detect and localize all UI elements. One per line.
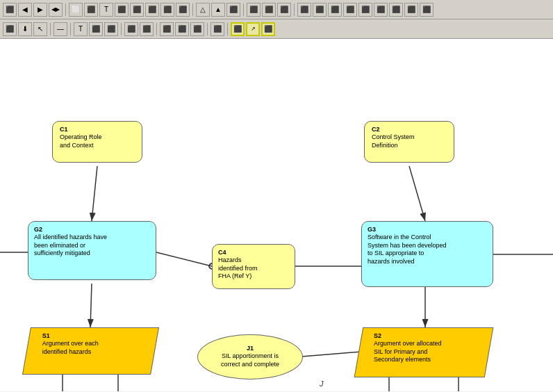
tb2-b3[interactable]: ↖ <box>33 22 47 36</box>
snap-btn-2[interactable]: ↗ <box>246 22 260 36</box>
node-G2[interactable]: G2 All identified hazards havebeen elimi… <box>28 221 156 284</box>
node-C4-text: Hazardsidentified fromFHA (Ref Y) <box>218 256 289 281</box>
tb2-b5[interactable]: T <box>74 22 88 36</box>
svg-line-4 <box>409 166 425 221</box>
tb-b16[interactable]: ⬛ <box>313 3 327 17</box>
tb-b11[interactable]: ⬛ <box>226 3 240 17</box>
tb2-b1[interactable]: ⬛ <box>3 22 17 36</box>
node-G2-label: G2 <box>34 226 150 233</box>
node-G2-text: All identified hazards havebeen eliminat… <box>34 234 150 258</box>
svg-line-9 <box>302 352 361 357</box>
sep3 <box>243 3 244 16</box>
tb-b17[interactable]: ⬛ <box>328 3 342 17</box>
tb-b23[interactable]: ⬛ <box>420 3 434 17</box>
svg-line-5 <box>156 252 212 266</box>
sep8 <box>156 23 157 35</box>
tb-backfwd[interactable]: ◀▶ <box>49 3 63 17</box>
tb2-b6[interactable]: ⬛ <box>89 22 103 36</box>
node-S2-label: S2 <box>374 332 479 339</box>
tb-b13[interactable]: ⬛ <box>262 3 276 17</box>
snap-btn-3[interactable]: ⬛ <box>261 22 275 36</box>
tb-b7[interactable]: ⬛ <box>160 3 174 17</box>
tb-b3[interactable]: T <box>99 3 113 17</box>
sep2 <box>192 3 193 16</box>
tb-b5[interactable]: ⬛ <box>130 3 144 17</box>
tb2-b12[interactable]: ⬛ <box>190 22 204 36</box>
node-S2-text: Argument over allocatedSIL for Primary a… <box>374 340 479 364</box>
tb2-b4[interactable]: — <box>53 22 67 36</box>
sep4 <box>294 3 295 16</box>
tb-b20[interactable]: ⬛ <box>374 3 388 17</box>
tb2-b11[interactable]: ⬛ <box>175 22 189 36</box>
node-C1-label: C1 <box>60 126 135 133</box>
tb2-b9[interactable]: ⬛ <box>140 22 154 36</box>
sep6 <box>70 23 71 35</box>
svg-line-7 <box>90 284 92 327</box>
node-C1[interactable]: C1 Operating Roleand Context <box>52 121 142 166</box>
toolbar-top: ⬛ ◀ ▶ ◀▶ ⬜ ⬛ T ⬛ ⬛ ⬛ ⬛ ⬛ △ ▲ ⬛ ⬛ ⬛ ⬛ ⬛ ⬛… <box>0 0 553 19</box>
sep7 <box>121 23 122 35</box>
tb-back[interactable]: ◀ <box>18 3 32 17</box>
svg-line-3 <box>92 166 97 221</box>
tb-b19[interactable]: ⬛ <box>358 3 372 17</box>
node-J1[interactable]: J1 SIL apportionment iscorrect and compl… <box>197 334 303 379</box>
tb-b10[interactable]: ▲ <box>211 3 225 17</box>
tb2-b8[interactable]: ⬛ <box>124 22 138 36</box>
tb2-b10[interactable]: ⬛ <box>160 22 174 36</box>
sep9 <box>207 23 208 35</box>
tb-forward[interactable]: ▶ <box>33 3 47 17</box>
sep5 <box>50 23 51 35</box>
node-S1[interactable]: S1 Argument over eachidentified hazards <box>26 327 155 377</box>
node-G3[interactable]: G3 Software in the ControlSystem has bee… <box>361 221 493 289</box>
node-S1-label: S1 <box>42 332 146 339</box>
tb-b6[interactable]: ⬛ <box>145 3 159 17</box>
tb-b9[interactable]: △ <box>196 3 210 17</box>
tb-b14[interactable]: ⬛ <box>277 3 291 17</box>
tb2-b2[interactable]: ⬇ <box>18 22 32 36</box>
node-C4-label: C4 <box>218 249 289 256</box>
node-G3-label: G3 <box>368 226 487 233</box>
tb-b2[interactable]: ⬛ <box>84 3 98 17</box>
tb-b22[interactable]: ⬛ <box>404 3 418 17</box>
tb2-b13[interactable]: ⬛ <box>211 22 224 36</box>
node-S2[interactable]: S2 Argument over allocatedSIL for Primar… <box>358 327 489 379</box>
node-C1-text: Operating Roleand Context <box>60 133 135 149</box>
svg-text:J: J <box>319 379 324 388</box>
tb-b1[interactable]: ⬜ <box>69 3 83 17</box>
toolbar-second: ⬛ ⬇ ↖ — T ⬛ ⬛ ⬛ ⬛ ⬛ ⬛ ⬛ ⬛ ⬛ ↗ ⬛ <box>0 19 553 39</box>
tb-b21[interactable]: ⬛ <box>389 3 403 17</box>
node-C4[interactable]: C4 Hazardsidentified fromFHA (Ref Y) <box>212 244 295 291</box>
tb-b18[interactable]: ⬛ <box>343 3 357 17</box>
snap-btn-1[interactable]: ⬛ <box>231 22 245 36</box>
node-C2-label: C2 <box>372 126 447 133</box>
tb2-b7[interactable]: ⬛ <box>104 22 118 36</box>
node-C2[interactable]: C2 Control SystemDefinition <box>364 121 454 166</box>
tb-b15[interactable]: ⬛ <box>297 3 311 17</box>
sep10 <box>227 23 228 35</box>
sep1 <box>65 3 66 16</box>
node-S1-text: Argument over eachidentified hazards <box>42 340 146 356</box>
node-J1-text: SIL apportionment iscorrect and complete <box>221 352 279 368</box>
tb-b4[interactable]: ⬛ <box>115 3 129 17</box>
tb-b8[interactable]: ⬛ <box>176 3 190 17</box>
node-G3-text: Software in the ControlSystem has been d… <box>368 234 487 266</box>
node-C2-text: Control SystemDefinition <box>372 133 447 149</box>
tb-select[interactable]: ⬛ <box>3 3 17 17</box>
diagram-canvas: J C1 Operating Roleand Context C2 Contro… <box>0 39 553 391</box>
node-J1-label: J1 <box>247 345 254 352</box>
tb-b12[interactable]: ⬛ <box>247 3 261 17</box>
